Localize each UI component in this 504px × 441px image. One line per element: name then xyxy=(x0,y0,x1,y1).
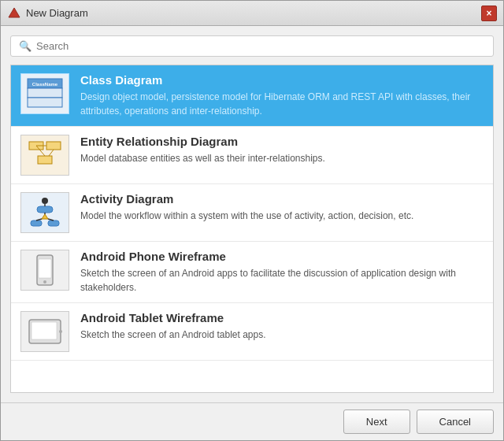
class-diagram-icon: ClassName xyxy=(20,73,69,114)
svg-point-22 xyxy=(43,280,46,284)
android-tablet-text: Android Tablet Wireframe Sketch the scre… xyxy=(80,311,484,342)
svg-point-25 xyxy=(59,330,62,333)
svg-line-19 xyxy=(48,219,54,220)
list-item[interactable]: Entity Relationship Diagram Model databa… xyxy=(11,127,493,184)
svg-line-18 xyxy=(36,219,42,220)
android-tablet-icon xyxy=(20,311,69,352)
dialog-title: New Diagram xyxy=(26,7,88,19)
android-tablet-title: Android Tablet Wireframe xyxy=(80,311,484,324)
svg-text:ClassName: ClassName xyxy=(32,82,58,87)
activity-diagram-icon xyxy=(20,192,69,233)
android-tablet-desc: Sketch the screen of an Android tablet a… xyxy=(80,328,484,342)
svg-rect-6 xyxy=(46,142,61,150)
svg-rect-2 xyxy=(28,88,62,98)
svg-rect-3 xyxy=(28,98,62,107)
er-diagram-text: Entity Relationship Diagram Model databa… xyxy=(80,135,484,165)
svg-rect-15 xyxy=(48,220,59,226)
new-diagram-dialog: New Diagram × 🔍 ClassName xyxy=(0,0,504,441)
search-bar: 🔍 xyxy=(10,35,494,57)
list-item[interactable]: ClassName Class Diagram Design object mo… xyxy=(11,65,493,127)
class-diagram-desc: Design object model, persistence model f… xyxy=(80,90,484,118)
svg-rect-12 xyxy=(37,206,53,213)
title-bar-left: New Diagram xyxy=(7,6,88,20)
svg-marker-13 xyxy=(42,214,48,219)
android-phone-text: Android Phone Wireframe Sketch the scree… xyxy=(80,250,484,295)
title-bar: New Diagram × xyxy=(1,1,503,26)
activity-diagram-title: Activity Diagram xyxy=(80,192,484,206)
android-phone-desc: Sketch the screen of an Android apps to … xyxy=(80,266,484,295)
search-icon: 🔍 xyxy=(19,40,32,52)
class-diagram-title: Class Diagram xyxy=(80,73,484,87)
activity-diagram-text: Activity Diagram Model the workflow with… xyxy=(80,192,484,223)
app-logo-icon xyxy=(7,6,21,20)
android-phone-title: Android Phone Wireframe xyxy=(80,250,484,263)
svg-rect-24 xyxy=(32,322,57,339)
diagram-list: ClassName Class Diagram Design object mo… xyxy=(10,65,494,393)
class-diagram-text: Class Diagram Design object model, persi… xyxy=(80,73,484,118)
close-button[interactable]: × xyxy=(481,6,497,21)
er-diagram-title: Entity Relationship Diagram xyxy=(80,135,484,148)
dialog-content: 🔍 ClassName Class Diagram Design object … xyxy=(1,26,503,402)
svg-rect-21 xyxy=(39,259,51,278)
list-item[interactable]: Android Tablet Wireframe Sketch the scre… xyxy=(11,303,493,361)
svg-marker-0 xyxy=(9,8,20,17)
er-diagram-desc: Model database entities as well as their… xyxy=(80,151,484,165)
list-item[interactable]: Activity Diagram Model the workflow with… xyxy=(11,184,493,242)
dialog-footer: Next Cancel xyxy=(1,402,503,440)
er-diagram-icon xyxy=(20,135,69,176)
android-phone-icon xyxy=(20,250,69,291)
svg-rect-7 xyxy=(38,156,52,164)
svg-rect-14 xyxy=(31,220,42,226)
list-item[interactable]: Android Phone Wireframe Sketch the scree… xyxy=(11,242,493,303)
svg-line-10 xyxy=(49,150,54,156)
search-input[interactable] xyxy=(36,40,485,52)
activity-diagram-desc: Model the workflow within a system with … xyxy=(80,209,484,223)
cancel-button[interactable]: Cancel xyxy=(417,410,494,434)
svg-point-11 xyxy=(42,198,48,204)
next-button[interactable]: Next xyxy=(343,410,410,434)
